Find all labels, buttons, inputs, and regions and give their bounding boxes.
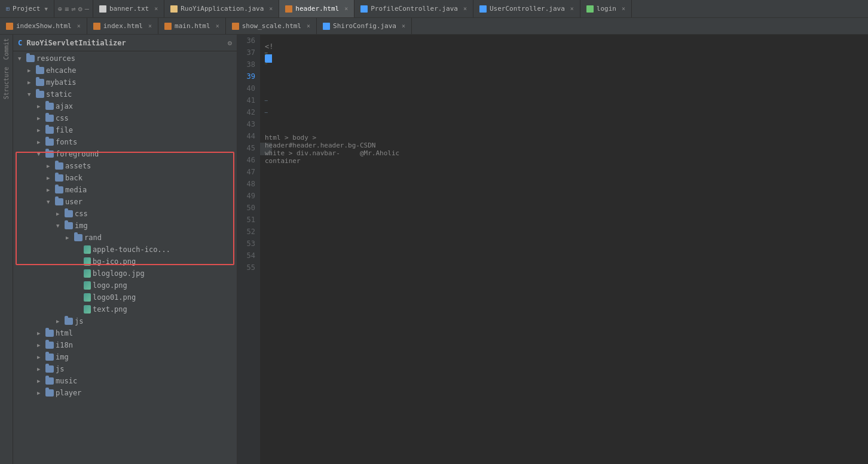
tree-label-logo: logo.png bbox=[93, 281, 127, 290]
settings-icon[interactable]: ⚙ bbox=[78, 5, 82, 13]
tree-item-file[interactable]: ▶ file bbox=[13, 124, 237, 136]
tree-arrow-resources: ▼ bbox=[18, 56, 26, 62]
folder-icon-ehcache bbox=[36, 67, 44, 74]
line-numbers: 36 37 38 39 40 41 42 43 44 45 46 47 48 4… bbox=[237, 35, 260, 464]
tab-index[interactable]: index.html × bbox=[87, 18, 158, 34]
tree-arrow-mybatis: ▶ bbox=[27, 79, 36, 85]
code-line-43: style="..."> bbox=[265, 100, 267, 112]
tab-userctrl[interactable]: UserController.java × bbox=[473, 0, 580, 17]
tree-label-logo01: logo01.png bbox=[93, 293, 136, 302]
tree-item-apple[interactable]: apple-touch-ico... bbox=[13, 244, 237, 256]
tree-item-bgico[interactable]: bg-ico.png bbox=[13, 256, 237, 268]
tab-header[interactable]: header.html × bbox=[279, 0, 354, 17]
img-icon-textpng bbox=[84, 305, 91, 314]
tree-arrow-user: ▼ bbox=[47, 199, 55, 205]
tree-item-js[interactable]: ▶ js bbox=[13, 363, 237, 375]
folder-icon-resources bbox=[26, 55, 35, 62]
tree-item-css1[interactable]: ▶ css bbox=[13, 112, 237, 124]
html-index-icon bbox=[93, 23, 100, 30]
code-line-42: <a th:href="@{/system/user/toIndex}" bbox=[265, 88, 267, 100]
minimize-icon[interactable]: — bbox=[85, 5, 89, 13]
tree-item-mybatis[interactable]: ▶ mybatis bbox=[13, 76, 237, 88]
folder-icon-img bbox=[45, 354, 54, 361]
code-line-38: <![endif]--> bbox=[265, 41, 267, 53]
tree-item-user-css[interactable]: ▶ css bbox=[13, 208, 237, 220]
tree-item-ehcache[interactable]: ▶ ehcache bbox=[13, 64, 237, 76]
folder-icon-ajax bbox=[45, 103, 54, 110]
tree-arrow-i18n: ▶ bbox=[37, 342, 45, 348]
tree-label-bloglogo: bloglogo.jpg bbox=[93, 269, 145, 278]
tab-showscale[interactable]: show_scale.html × bbox=[226, 18, 317, 34]
tree-label-fonts: fonts bbox=[56, 138, 77, 146]
tree-item-fonts[interactable]: ▶ fonts bbox=[13, 136, 237, 148]
commit-tab[interactable]: Commit bbox=[2, 35, 11, 63]
tree-item-logo01[interactable]: logo01.png bbox=[13, 291, 237, 303]
line-39-bookmark bbox=[265, 54, 272, 63]
folder-icon-foreground bbox=[45, 150, 54, 158]
code-line-37: </div> bbox=[265, 35, 267, 41]
tree-item-music[interactable]: ▶ music bbox=[13, 375, 237, 387]
tree-item-ajax[interactable]: ▶ ajax bbox=[13, 100, 237, 112]
img-icon-apple bbox=[84, 245, 91, 254]
tabs-row-2: indexShow.html × index.html × main.html … bbox=[0, 18, 868, 35]
tree-item-static[interactable]: ▼ static bbox=[13, 88, 237, 100]
tree-item-textpng[interactable]: text.png bbox=[13, 303, 237, 315]
tree-arrow-user-css: ▶ bbox=[56, 211, 65, 217]
tree-item-media[interactable]: ▶ media bbox=[13, 184, 237, 196]
tree-item-resources[interactable]: ▼ resources bbox=[13, 53, 237, 64]
sync-icon[interactable]: ⊕ bbox=[58, 5, 62, 13]
tree-label-back: back bbox=[65, 174, 82, 182]
folder-icon-music bbox=[45, 377, 54, 385]
diff-icon[interactable]: ⇌ bbox=[71, 5, 75, 13]
tree-arrow-file: ▶ bbox=[37, 127, 45, 133]
code-line-51: <a class="header-info" style="..." href=… bbox=[265, 196, 267, 208]
tree-label-resources: resources bbox=[36, 54, 75, 63]
tree-label-user-img: img bbox=[75, 222, 88, 230]
tree-label-bgico: bg-ico.png bbox=[93, 257, 136, 266]
code-line-50: <a class="header-info" style="margin: 30… bbox=[265, 184, 267, 196]
html-icon bbox=[285, 5, 292, 13]
tabs-row-1: ⊞ Project ▼ ⊕ ≡ ⇌ ⚙ — banner.txt × RuoYi… bbox=[0, 0, 868, 18]
img-icon-logo01 bbox=[84, 293, 91, 302]
tab-shiroconfig[interactable]: ShiroConfig.java × bbox=[317, 18, 412, 34]
panel-gear-icon[interactable]: ⚙ bbox=[228, 39, 232, 47]
tree-item-foreground[interactable]: ▼ foreground bbox=[13, 148, 237, 160]
tab-ruoyi[interactable]: RuoYiApplication.java × bbox=[164, 0, 279, 17]
tree-item-user[interactable]: ▼ user bbox=[13, 196, 237, 208]
login-icon bbox=[586, 5, 594, 13]
tree-label-user: user bbox=[65, 198, 82, 206]
tree-arrow-fonts: ▶ bbox=[37, 139, 45, 145]
html-main-icon bbox=[164, 23, 172, 30]
csdn-text: CSDN @Mr.Aholic bbox=[360, 142, 399, 157]
tree-item-rand[interactable]: ▶ rand bbox=[13, 232, 237, 244]
ruoyi-icon: C bbox=[18, 39, 22, 47]
tab-indexshow[interactable]: indexShow.html × bbox=[0, 18, 87, 34]
tree-arrow-ajax: ▶ bbox=[37, 103, 45, 109]
img-icon-bloglogo bbox=[84, 269, 91, 278]
structure-tab[interactable]: Structure bbox=[2, 63, 11, 103]
tree-item-bloglogo[interactable]: bloglogo.jpg bbox=[13, 268, 237, 279]
tree-item-player[interactable]: ▶ player bbox=[13, 387, 237, 399]
tree-item-back[interactable]: ▶ back bbox=[13, 172, 237, 184]
tab-project[interactable]: ⊞ Project ▼ bbox=[0, 0, 54, 17]
fold-gutter: − − − 当前网页 <strong>不支持</strong> 你正在使用的浏览… bbox=[260, 35, 272, 464]
breadcrumb-text: html > body > header#header.header.bg-wh… bbox=[265, 134, 360, 165]
tree-item-img[interactable]: ▶ img bbox=[13, 351, 237, 363]
tree-item-html[interactable]: ▶ html bbox=[13, 327, 237, 339]
tab-main[interactable]: main.html × bbox=[158, 18, 226, 34]
tree-arrow-user-js: ▶ bbox=[56, 318, 65, 324]
tree-item-user-img[interactable]: ▼ img bbox=[13, 220, 237, 232]
align-icon[interactable]: ≡ bbox=[65, 5, 69, 13]
tab-banner[interactable]: banner.txt × bbox=[93, 0, 164, 17]
tab-login[interactable]: login × bbox=[580, 0, 632, 17]
tab-profile[interactable]: ProfileController.java × bbox=[354, 0, 473, 17]
tree-item-i18n[interactable]: ▶ i18n bbox=[13, 339, 237, 351]
folder-icon-fonts bbox=[45, 139, 54, 146]
tree-arrow-img: ▶ bbox=[37, 354, 45, 360]
tree-item-user-js[interactable]: ▶ js bbox=[13, 315, 237, 327]
tree-label-file: file bbox=[56, 126, 73, 134]
vertical-tabs: Commit Structure bbox=[0, 35, 13, 464]
tree-label-apple: apple-touch-ico... bbox=[93, 245, 170, 254]
tree-item-logo[interactable]: logo.png bbox=[13, 279, 237, 291]
tree-item-assets[interactable]: ▶ assets bbox=[13, 160, 237, 172]
